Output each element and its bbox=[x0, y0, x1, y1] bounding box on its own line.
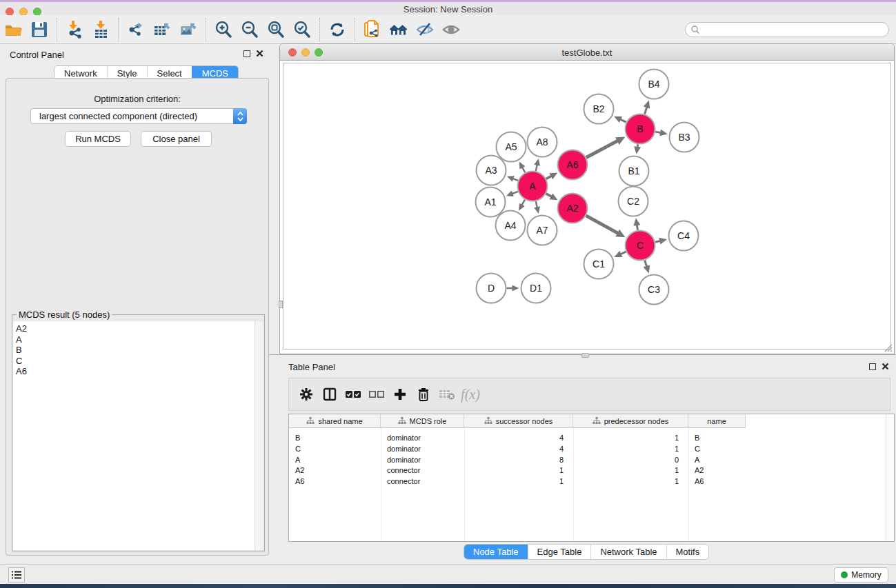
tab-motifs[interactable]: Motifs bbox=[666, 545, 709, 559]
graph-node-A[interactable]: A bbox=[518, 172, 548, 201]
graph-node-A5[interactable]: A5 bbox=[497, 132, 526, 162]
graph-node-A1[interactable]: A1 bbox=[476, 187, 506, 217]
table-cell-predecessors[interactable]: 0 bbox=[573, 454, 688, 465]
column-header-name[interactable]: name bbox=[688, 414, 746, 428]
column-resize-button[interactable] bbox=[318, 383, 341, 406]
column-header-successor-nodes[interactable]: successor nodes bbox=[464, 414, 573, 428]
toolbar-search-field[interactable] bbox=[685, 22, 889, 37]
float-table-panel-icon[interactable] bbox=[869, 363, 876, 370]
export-network-button[interactable] bbox=[123, 17, 149, 42]
show-graphics-details-button[interactable] bbox=[438, 17, 464, 42]
graph-node-A8[interactable]: A8 bbox=[528, 128, 557, 157]
table-cell-shared_name[interactable]: A2 bbox=[289, 465, 381, 476]
graph-node-C[interactable]: C bbox=[626, 231, 655, 261]
graph-node-B4[interactable]: B4 bbox=[639, 70, 669, 99]
hide-graphics-details-button[interactable] bbox=[412, 17, 438, 42]
graph-node-A7[interactable]: A7 bbox=[528, 216, 557, 245]
table-cell-predecessors[interactable]: 1 bbox=[573, 432, 688, 443]
delete-table-button[interactable] bbox=[435, 383, 459, 406]
zoom-selected-button[interactable] bbox=[289, 17, 315, 42]
export-table-button[interactable] bbox=[149, 17, 175, 42]
float-panel-icon[interactable] bbox=[243, 50, 250, 57]
select-all-button[interactable] bbox=[341, 383, 365, 406]
mcds-result-item[interactable]: A6 bbox=[16, 366, 255, 377]
graph-edge-A6-B[interactable] bbox=[586, 141, 619, 158]
window-edge-grip[interactable] bbox=[279, 301, 283, 308]
table-cell-predecessors[interactable]: 1 bbox=[573, 443, 688, 454]
table-cell-shared_name[interactable]: A6 bbox=[289, 476, 381, 487]
zoom-in-button[interactable] bbox=[210, 17, 237, 42]
tab-node-table[interactable]: Node Table bbox=[464, 545, 528, 559]
new-network-from-selection-button[interactable] bbox=[359, 17, 386, 42]
mcds-result-item[interactable]: A bbox=[16, 334, 255, 345]
show-task-history-button[interactable] bbox=[8, 567, 25, 582]
zoom-fit-button[interactable] bbox=[263, 17, 289, 42]
refresh-button[interactable] bbox=[324, 17, 350, 42]
table-cell-name[interactable]: C bbox=[688, 443, 746, 454]
graph-node-C1[interactable]: C1 bbox=[584, 250, 614, 279]
table-scrollbar[interactable] bbox=[886, 414, 894, 541]
save-session-button[interactable] bbox=[26, 17, 52, 42]
graph-node-C3[interactable]: C3 bbox=[639, 275, 669, 305]
export-image-button[interactable] bbox=[175, 17, 201, 42]
table-cell-predecessors[interactable]: 1 bbox=[573, 465, 688, 476]
table-cell-shared_name[interactable]: B bbox=[289, 432, 381, 443]
delete-column-button[interactable] bbox=[412, 383, 435, 406]
import-network-button[interactable] bbox=[61, 17, 88, 42]
graph-node-B1[interactable]: B1 bbox=[619, 156, 649, 186]
table-cell-successors[interactable]: 8 bbox=[464, 454, 573, 465]
search-input[interactable] bbox=[700, 25, 879, 34]
close-panel-icon[interactable] bbox=[256, 50, 263, 57]
memory-button[interactable]: Memory bbox=[834, 567, 888, 582]
cybrowser-home-button[interactable] bbox=[386, 17, 412, 42]
table-cell-successors[interactable]: 1 bbox=[464, 465, 573, 476]
table-cell-name[interactable]: B bbox=[688, 432, 746, 443]
tab-network-table[interactable]: Network Table bbox=[590, 545, 666, 559]
import-table-button[interactable] bbox=[88, 17, 114, 42]
table-cell-mcds_role[interactable]: connector bbox=[381, 476, 464, 487]
graph-node-B2[interactable]: B2 bbox=[584, 94, 614, 124]
table-cell-name[interactable]: A6 bbox=[688, 476, 746, 487]
open-session-button[interactable] bbox=[0, 17, 26, 42]
add-column-button[interactable] bbox=[388, 383, 412, 406]
table-cell-successors[interactable]: 1 bbox=[464, 476, 573, 487]
table-cell-name[interactable]: A2 bbox=[688, 465, 746, 476]
graph-node-A6[interactable]: A6 bbox=[558, 150, 588, 180]
table-cell-mcds_role[interactable]: dominator bbox=[381, 432, 464, 443]
zoom-out-button[interactable] bbox=[237, 17, 263, 42]
window-resize-grip[interactable] bbox=[883, 343, 893, 352]
table-cell-predecessors[interactable]: 1 bbox=[573, 476, 688, 487]
graph-node-A3[interactable]: A3 bbox=[477, 156, 506, 185]
graph-node-A2[interactable]: A2 bbox=[558, 194, 588, 223]
graph-node-B[interactable]: B bbox=[626, 114, 655, 144]
network-canvas[interactable]: B4B2BB3B1A5A8A6A3AA1A2C2A4A7C4CC1C3DD1 bbox=[283, 63, 891, 349]
node-table[interactable]: shared nameMCDS rolesuccessor nodesprede… bbox=[288, 414, 895, 542]
tab-edge-table[interactable]: Edge Table bbox=[528, 545, 591, 559]
mcds-result-item[interactable]: B bbox=[16, 345, 255, 356]
column-header-MCDS-role[interactable]: MCDS role bbox=[381, 414, 464, 428]
table-cell-successors[interactable]: 4 bbox=[464, 443, 573, 454]
table-cell-shared_name[interactable]: A bbox=[289, 454, 381, 465]
close-panel-button[interactable]: Close panel bbox=[141, 131, 212, 147]
graph-node-A4[interactable]: A4 bbox=[496, 211, 526, 241]
network-window-titlebar[interactable]: testGlobe.txt bbox=[280, 44, 894, 61]
table-cell-mcds_role[interactable]: dominator bbox=[381, 443, 464, 454]
mcds-result-list[interactable]: A2ABCA6 bbox=[13, 321, 255, 550]
graph-node-D1[interactable]: D1 bbox=[521, 274, 551, 303]
table-settings-button[interactable] bbox=[295, 383, 318, 406]
mcds-list-scrollbar[interactable] bbox=[255, 321, 263, 550]
graph-node-C2[interactable]: C2 bbox=[619, 187, 648, 216]
optimization-criterion-dropdown[interactable]: largest connected component (directed) bbox=[30, 108, 247, 124]
graph-node-D[interactable]: D bbox=[477, 274, 506, 303]
table-cell-successors[interactable]: 4 bbox=[464, 432, 573, 443]
graph-node-B3[interactable]: B3 bbox=[670, 123, 699, 152]
column-header-shared-name[interactable]: shared name bbox=[289, 414, 381, 428]
deselect-all-button[interactable] bbox=[365, 383, 388, 406]
close-table-panel-icon[interactable] bbox=[882, 363, 889, 370]
graph-edge-A2-C[interactable] bbox=[586, 216, 619, 234]
table-cell-shared_name[interactable]: C bbox=[289, 443, 381, 454]
function-builder-button[interactable]: f(x) bbox=[459, 383, 482, 406]
divider-grip[interactable] bbox=[581, 353, 589, 358]
table-cell-name[interactable]: A bbox=[688, 454, 746, 465]
graph-node-C4[interactable]: C4 bbox=[669, 221, 699, 251]
